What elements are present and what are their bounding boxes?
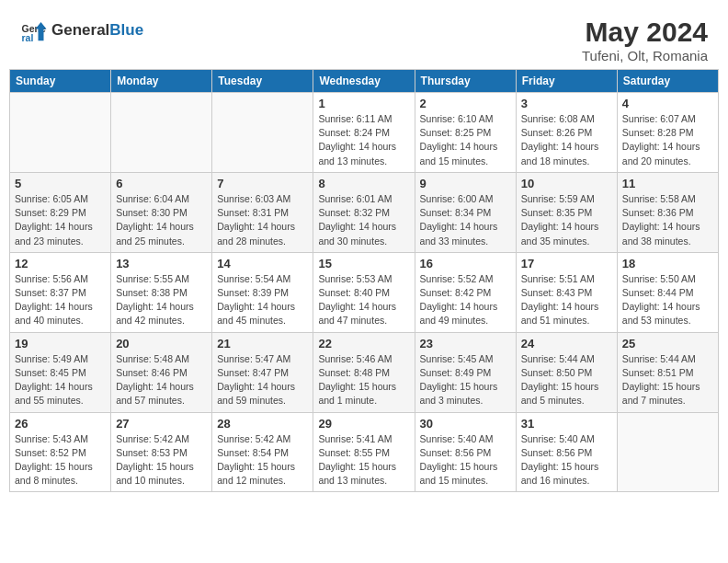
sunset-info: Sunset: 8:24 PM [318, 126, 409, 140]
sunset-info: and 20 minutes. [622, 155, 713, 168]
day-number: 27 [116, 417, 207, 431]
calendar-cell: 20Sunrise: 5:48 AMSunset: 8:46 PMDayligh… [111, 332, 212, 412]
sunrise-info: Sunrise: 5:53 AM [318, 272, 409, 286]
sunset-info: Sunset: 8:43 PM [521, 286, 612, 300]
daylight-hours: Daylight: 14 hours [15, 380, 106, 394]
sunset-info: Sunset: 8:32 PM [318, 206, 409, 220]
sunset-info: Sunset: 8:51 PM [622, 366, 713, 380]
day-info: Sunrise: 5:43 AMSunset: 8:52 PMDaylight:… [15, 432, 106, 488]
daylight-hours: Daylight: 14 hours [217, 300, 308, 314]
day-info: Sunrise: 6:05 AMSunset: 8:29 PMDaylight:… [15, 192, 106, 248]
sunset-info: Sunset: 8:39 PM [217, 286, 308, 300]
sunset-info: and 15 minutes. [420, 474, 511, 488]
calendar-cell: 16Sunrise: 5:52 AMSunset: 8:42 PMDayligh… [415, 252, 516, 332]
sunset-info: and 25 minutes. [116, 235, 207, 248]
sunset-info: Sunset: 8:56 PM [521, 446, 612, 460]
day-info: Sunrise: 5:55 AMSunset: 8:38 PMDaylight:… [116, 272, 207, 328]
daylight-hours: Daylight: 15 hours [521, 460, 612, 474]
sunrise-info: Sunrise: 6:05 AM [15, 192, 106, 206]
daylight-hours: Daylight: 14 hours [318, 220, 409, 234]
daylight-hours: Daylight: 14 hours [420, 140, 511, 154]
sunrise-info: Sunrise: 5:59 AM [521, 192, 612, 206]
sunset-info: and 47 minutes. [318, 314, 409, 327]
day-number: 6 [116, 177, 207, 190]
calendar-cell: 13Sunrise: 5:55 AMSunset: 8:38 PMDayligh… [111, 252, 212, 332]
day-info: Sunrise: 6:00 AMSunset: 8:34 PMDaylight:… [420, 192, 511, 248]
day-info: Sunrise: 5:49 AMSunset: 8:45 PMDaylight:… [15, 352, 106, 408]
sunset-info: and 8 minutes. [15, 474, 106, 488]
sunset-info: Sunset: 8:53 PM [116, 446, 207, 460]
sunset-info: and 5 minutes. [521, 394, 612, 408]
daylight-hours: Daylight: 15 hours [217, 460, 308, 474]
daylight-hours: Daylight: 14 hours [116, 300, 207, 314]
svg-text:ral: ral [22, 32, 34, 43]
day-info: Sunrise: 5:53 AMSunset: 8:40 PMDaylight:… [318, 272, 409, 328]
day-number: 23 [420, 337, 511, 350]
day-info: Sunrise: 5:47 AMSunset: 8:47 PMDaylight:… [217, 352, 308, 408]
daylight-hours: Daylight: 14 hours [420, 220, 511, 234]
daylight-hours: Daylight: 15 hours [318, 380, 409, 394]
day-number: 3 [521, 97, 612, 110]
sunset-info: and 23 minutes. [15, 235, 106, 248]
calendar-cell: 7Sunrise: 6:03 AMSunset: 8:31 PMDaylight… [212, 172, 313, 252]
sunset-info: Sunset: 8:34 PM [420, 206, 511, 220]
daylight-hours: Daylight: 14 hours [622, 300, 713, 314]
daylight-hours: Daylight: 14 hours [521, 220, 612, 234]
page-title: May 2024 [582, 17, 708, 48]
day-number: 15 [318, 257, 409, 270]
page-header: Gene ral GeneralBlue May 2024 Tufeni, Ol… [9, 9, 719, 69]
day-number: 30 [420, 417, 511, 431]
day-number: 19 [15, 337, 106, 350]
sunrise-info: Sunrise: 5:51 AM [521, 272, 612, 286]
sunset-info: and 13 minutes. [318, 474, 409, 488]
calendar-week-row: 19Sunrise: 5:49 AMSunset: 8:45 PMDayligh… [10, 332, 719, 412]
sunset-info: Sunset: 8:31 PM [217, 206, 308, 220]
daylight-hours: Daylight: 14 hours [521, 300, 612, 314]
day-info: Sunrise: 5:42 AMSunset: 8:53 PMDaylight:… [116, 432, 207, 488]
calendar-week-row: 12Sunrise: 5:56 AMSunset: 8:37 PMDayligh… [10, 252, 719, 332]
sunset-info: Sunset: 8:47 PM [217, 366, 308, 380]
sunrise-info: Sunrise: 6:08 AM [521, 112, 612, 126]
sunset-info: Sunset: 8:29 PM [15, 206, 106, 220]
day-number: 31 [521, 417, 612, 431]
sunrise-info: Sunrise: 6:03 AM [217, 192, 308, 206]
sunset-info: and 7 minutes. [622, 394, 713, 408]
sunset-info: and 3 minutes. [420, 394, 511, 408]
day-number: 10 [521, 177, 612, 190]
sunset-info: and 33 minutes. [420, 235, 511, 248]
sunset-info: and 57 minutes. [116, 394, 207, 408]
daylight-hours: Daylight: 14 hours [420, 300, 511, 314]
sunset-info: Sunset: 8:54 PM [217, 446, 308, 460]
day-info: Sunrise: 6:03 AMSunset: 8:31 PMDaylight:… [217, 192, 308, 248]
sunset-info: and 40 minutes. [15, 314, 106, 327]
day-number: 26 [15, 417, 106, 431]
daylight-hours: Daylight: 15 hours [420, 380, 511, 394]
sunset-info: and 59 minutes. [217, 394, 308, 408]
calendar-cell: 5Sunrise: 6:05 AMSunset: 8:29 PMDaylight… [10, 172, 111, 252]
sunset-info: and 38 minutes. [622, 235, 713, 248]
day-number: 5 [15, 177, 106, 190]
day-number: 21 [217, 337, 308, 350]
day-number: 7 [217, 177, 308, 190]
day-info: Sunrise: 5:52 AMSunset: 8:42 PMDaylight:… [420, 272, 511, 328]
logo-general-text: General [51, 21, 109, 39]
sunrise-info: Sunrise: 5:45 AM [420, 352, 511, 366]
sunset-info: and 45 minutes. [217, 314, 308, 327]
sunrise-info: Sunrise: 5:46 AM [318, 352, 409, 366]
calendar-cell: 2Sunrise: 6:10 AMSunset: 8:25 PMDaylight… [415, 93, 516, 173]
day-number: 8 [318, 177, 409, 190]
sunset-info: and 42 minutes. [116, 314, 207, 327]
calendar-table: SundayMondayTuesdayWednesdayThursdayFrid… [9, 69, 719, 492]
day-info: Sunrise: 6:07 AMSunset: 8:28 PMDaylight:… [622, 112, 713, 168]
sunset-info: and 55 minutes. [15, 394, 106, 408]
daylight-hours: Daylight: 14 hours [318, 140, 409, 154]
day-number: 4 [622, 97, 713, 110]
logo: Gene ral GeneralBlue [20, 17, 143, 44]
sunrise-info: Sunrise: 5:43 AM [15, 432, 106, 446]
sunrise-info: Sunrise: 6:07 AM [622, 112, 713, 126]
calendar-cell: 27Sunrise: 5:42 AMSunset: 8:53 PMDayligh… [111, 412, 212, 492]
sunset-info: and 1 minute. [318, 394, 409, 408]
calendar-cell: 24Sunrise: 5:44 AMSunset: 8:50 PMDayligh… [516, 332, 617, 412]
day-info: Sunrise: 5:44 AMSunset: 8:50 PMDaylight:… [521, 352, 612, 408]
calendar-cell: 9Sunrise: 6:00 AMSunset: 8:34 PMDaylight… [415, 172, 516, 252]
